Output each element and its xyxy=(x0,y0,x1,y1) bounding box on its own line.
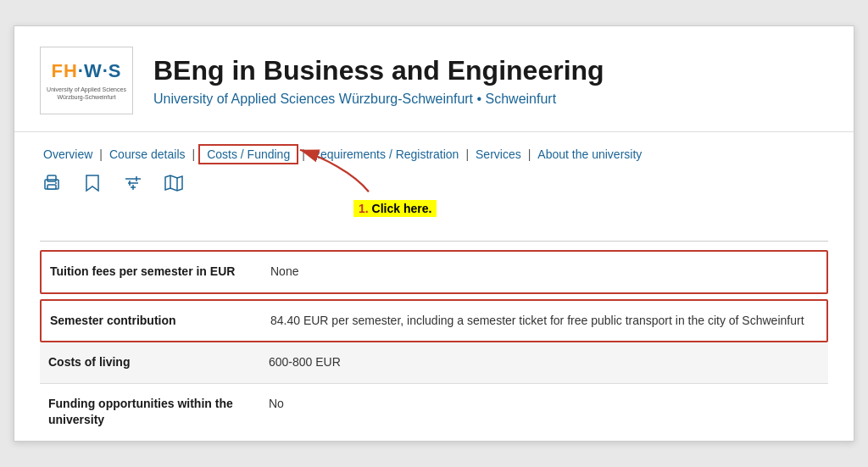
nav-bar: Overview | Course details | Costs / Fund… xyxy=(14,132,854,164)
filter-button[interactable] xyxy=(121,171,145,195)
nav-about[interactable]: About the university xyxy=(534,146,645,163)
table-row: Costs of living 600-800 EUR xyxy=(40,342,828,384)
row-value: None xyxy=(270,264,818,281)
svg-point-3 xyxy=(55,182,57,184)
annotation-text: Click here. xyxy=(369,202,432,215)
nav-requirements[interactable]: Requirements / Registration xyxy=(309,146,463,163)
svg-rect-1 xyxy=(47,175,56,181)
map-button[interactable] xyxy=(162,171,186,195)
nav-costs-funding[interactable]: Costs / Funding xyxy=(198,144,298,164)
section-divider xyxy=(40,241,828,242)
map-icon xyxy=(164,174,184,192)
header-titles: BEng in Business and Engineering Univers… xyxy=(153,54,604,107)
nav-course-details[interactable]: Course details xyxy=(106,146,189,163)
nav-sep-2: | xyxy=(192,147,196,161)
table-row: Funding opportunities within the univers… xyxy=(40,384,828,441)
page-container: FH·W·S University of Applied SciencesWür… xyxy=(14,25,854,442)
header: FH·W·S University of Applied SciencesWür… xyxy=(14,26,854,132)
logo: FH·W·S University of Applied SciencesWür… xyxy=(40,47,133,114)
row-label: Tuition fees per semester in EUR xyxy=(50,264,270,281)
click-annotation: 1. Click here. xyxy=(353,200,437,217)
nav-sep-5: | xyxy=(528,147,531,161)
row-value: 600-800 EUR xyxy=(269,354,820,371)
row-value: No xyxy=(269,396,820,413)
row-label: Costs of living xyxy=(48,354,269,371)
bookmark-icon xyxy=(85,174,100,192)
row-label: Semester contribution xyxy=(50,313,270,330)
print-button[interactable] xyxy=(40,171,64,195)
icons-row xyxy=(40,171,828,195)
nav-sep-3: | xyxy=(302,147,305,161)
nav-overview[interactable]: Overview xyxy=(40,146,96,163)
print-icon xyxy=(42,174,61,192)
table-row: Tuition fees per semester in EUR None xyxy=(40,250,828,294)
svg-rect-2 xyxy=(47,185,56,189)
logo-fh: FH xyxy=(52,60,78,81)
content-table: Tuition fees per semester in EUR None Se… xyxy=(14,250,854,441)
logo-subtext: University of Applied SciencesWürzburg-S… xyxy=(47,86,126,101)
sub-title: University of Applied Sciences Würzburg-… xyxy=(153,92,604,107)
row-label: Funding opportunities within the univers… xyxy=(48,396,269,429)
main-title: BEng in Business and Engineering xyxy=(153,54,604,86)
nav-sep-4: | xyxy=(465,147,469,161)
svg-marker-10 xyxy=(165,175,182,191)
nav-services[interactable]: Services xyxy=(472,146,525,163)
bookmark-button[interactable] xyxy=(81,171,104,195)
row-value: 84.40 EUR per semester, including a seme… xyxy=(270,313,818,330)
annotation-number: 1. xyxy=(359,202,369,215)
filter-icon xyxy=(124,174,142,192)
table-row: Semester contribution 84.40 EUR per seme… xyxy=(40,299,828,343)
logo-ws: ·W·S xyxy=(78,60,122,81)
logo-text: FH·W·S xyxy=(52,60,122,82)
nav-sep-1: | xyxy=(99,147,103,161)
